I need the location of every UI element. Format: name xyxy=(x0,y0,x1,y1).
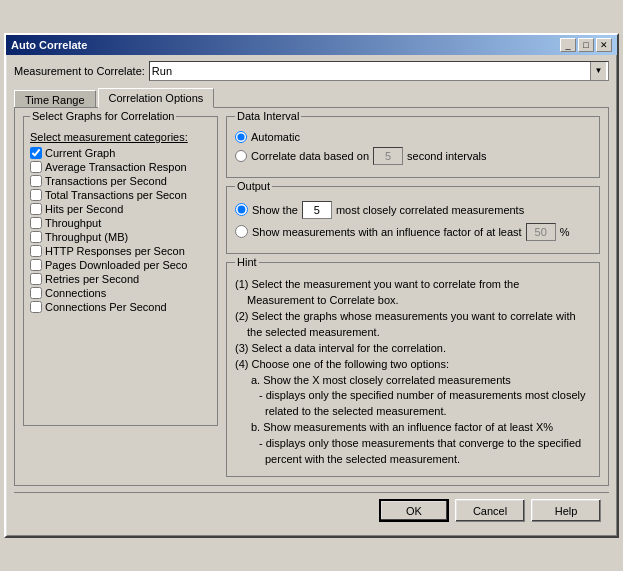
tab-correlation-options[interactable]: Correlation Options xyxy=(98,88,215,108)
second-intervals-label: second intervals xyxy=(407,150,487,162)
list-item[interactable]: Retries per Second xyxy=(30,273,211,285)
influence-input[interactable] xyxy=(526,223,556,241)
throughput-mb-checkbox[interactable] xyxy=(30,231,42,243)
main-area: Select Graphs for Correlation Select mea… xyxy=(23,116,600,477)
data-interval-group: Data Interval Automatic Correlate data b… xyxy=(226,116,600,178)
bottom-bar: OK Cancel Help xyxy=(14,492,609,530)
hint-line: b. Show measurements with an influence f… xyxy=(235,420,591,436)
select-graphs-group: Select Graphs for Correlation Select mea… xyxy=(23,116,218,426)
list-item[interactable]: Throughput (MB) xyxy=(30,231,211,243)
categories-label: Select measurement categories: xyxy=(30,131,211,143)
list-item[interactable]: Throughput xyxy=(30,217,211,229)
list-item[interactable]: Connections xyxy=(30,287,211,299)
hint-line: - displays only those measurements that … xyxy=(235,436,591,452)
hint-line: the selected measurement. xyxy=(235,325,591,341)
automatic-radio-row: Automatic xyxy=(235,131,591,143)
show-top-row: Show the most closely correlated measure… xyxy=(235,201,591,219)
correlate-radio-row: Correlate data based on second intervals xyxy=(235,147,591,165)
list-item[interactable]: Average Transaction Respon xyxy=(30,161,211,173)
pages-downloaded-checkbox[interactable] xyxy=(30,259,42,271)
minimize-button[interactable]: _ xyxy=(560,38,576,52)
automatic-radio[interactable] xyxy=(235,131,247,143)
show-top-radio[interactable] xyxy=(235,203,248,216)
percent-label: % xyxy=(560,226,570,238)
http-responses-checkbox[interactable] xyxy=(30,245,42,257)
hint-line: related to the selected measurement. xyxy=(235,404,591,420)
help-button[interactable]: Help xyxy=(531,499,601,522)
tab-content: Select Graphs for Correlation Select mea… xyxy=(14,107,609,486)
cancel-button[interactable]: Cancel xyxy=(455,499,525,522)
influence-row: Show measurements with an influence fact… xyxy=(235,223,591,241)
window-content: Measurement to Correlate: Run ▼ Time Ran… xyxy=(6,55,617,536)
list-item[interactable]: Total Transactions per Secon xyxy=(30,189,211,201)
influence-label: Show measurements with an influence fact… xyxy=(252,226,522,238)
throughput-checkbox[interactable] xyxy=(30,217,42,229)
measurement-combo[interactable]: Run ▼ xyxy=(149,61,609,81)
correlate-radio[interactable] xyxy=(235,150,247,162)
hint-line: Measurement to Correlate box. xyxy=(235,293,591,309)
select-graphs-title: Select Graphs for Correlation xyxy=(30,110,176,122)
interval-input[interactable] xyxy=(373,147,403,165)
hint-line: (1) Select the measurement you want to c… xyxy=(235,277,591,293)
left-panel: Select Graphs for Correlation Select mea… xyxy=(23,116,218,477)
data-interval-title: Data Interval xyxy=(235,110,301,122)
show-the-label: Show the xyxy=(252,204,298,216)
hint-title: Hint xyxy=(235,256,259,268)
hint-line: (2) Select the graphs whose measurements… xyxy=(235,309,591,325)
title-bar: Auto Correlate _ □ ✕ xyxy=(6,35,617,55)
influence-radio[interactable] xyxy=(235,225,248,238)
right-panel: Data Interval Automatic Correlate data b… xyxy=(226,116,600,477)
list-item[interactable]: Hits per Second xyxy=(30,203,211,215)
output-title: Output xyxy=(235,180,272,192)
list-item[interactable]: Pages Downloaded per Seco xyxy=(30,259,211,271)
close-button[interactable]: ✕ xyxy=(596,38,612,52)
transactions-per-second-checkbox[interactable] xyxy=(30,175,42,187)
avg-transaction-checkbox[interactable] xyxy=(30,161,42,173)
hits-per-second-checkbox[interactable] xyxy=(30,203,42,215)
main-window: Auto Correlate _ □ ✕ Measurement to Corr… xyxy=(4,33,619,538)
list-item[interactable]: Transactions per Second xyxy=(30,175,211,187)
total-transactions-checkbox[interactable] xyxy=(30,189,42,201)
list-item[interactable]: Current Graph xyxy=(30,147,211,159)
correlate-label: Correlate data based on xyxy=(251,150,369,162)
connections-checkbox[interactable] xyxy=(30,287,42,299)
list-item[interactable]: Connections Per Second xyxy=(30,301,211,313)
hint-line: - displays only the specified number of … xyxy=(235,388,591,404)
hint-line: (3) Select a data interval for the corre… xyxy=(235,341,591,357)
hint-line: (4) Choose one of the following two opti… xyxy=(235,357,591,373)
list-item[interactable]: HTTP Responses per Secon xyxy=(30,245,211,257)
title-bar-controls: _ □ ✕ xyxy=(560,38,612,52)
measurement-row: Measurement to Correlate: Run ▼ xyxy=(14,61,609,81)
output-group: Output Show the most closely correlated … xyxy=(226,186,600,254)
connections-per-second-checkbox[interactable] xyxy=(30,301,42,313)
window-title: Auto Correlate xyxy=(11,39,87,51)
tabs: Time Range Correlation Options xyxy=(14,87,609,107)
measurement-label: Measurement to Correlate: xyxy=(14,65,145,77)
hint-group: Hint (1) Select the measurement you want… xyxy=(226,262,600,477)
combo-dropdown-arrow[interactable]: ▼ xyxy=(590,62,606,80)
measurement-value: Run xyxy=(152,65,590,77)
retries-per-second-checkbox[interactable] xyxy=(30,273,42,285)
hint-line: percent with the selected measurement. xyxy=(235,452,591,468)
hint-text: (1) Select the measurement you want to c… xyxy=(235,277,591,468)
ok-button[interactable]: OK xyxy=(379,499,449,522)
closely-correlated-label: most closely correlated measurements xyxy=(336,204,524,216)
automatic-label: Automatic xyxy=(251,131,300,143)
maximize-button[interactable]: □ xyxy=(578,38,594,52)
checkbox-list: Current Graph Average Transaction Respon… xyxy=(30,147,211,313)
current-graph-checkbox[interactable] xyxy=(30,147,42,159)
show-count-input[interactable] xyxy=(302,201,332,219)
hint-line: a. Show the X most closely correlated me… xyxy=(235,373,591,389)
